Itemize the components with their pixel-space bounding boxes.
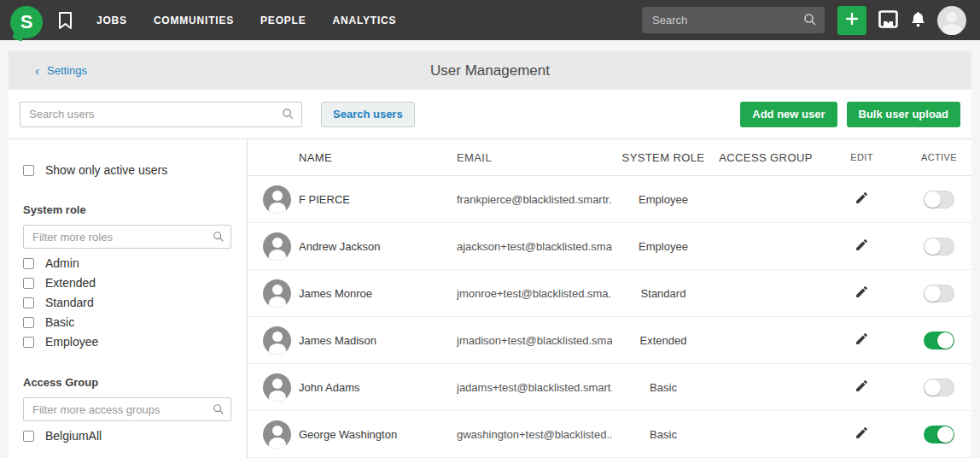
table-row: James Madison jmadison+test@blacklisted.… [248,317,971,364]
search-icon[interactable] [803,13,817,30]
main-nav: JOBS COMMUNITIES PEOPLE ANALYTICS [96,15,396,26]
edit-user-button[interactable] [855,379,869,396]
table-row: John Adams jadams+test@blacklisted.smart… [248,364,971,411]
edit-user-button[interactable] [855,238,869,255]
user-avatar-cell [248,279,299,308]
user-search-input[interactable] [20,102,302,127]
filter-roles-input[interactable] [23,225,231,249]
edit-user-button[interactable] [855,285,869,302]
user-avatar-cell [248,232,299,261]
notifications-button[interactable] [910,10,926,31]
search-icon[interactable] [213,403,225,419]
checkbox[interactable] [23,165,34,176]
pencil-icon [855,336,869,349]
active-toggle[interactable] [924,285,954,302]
user-email: jmadison+test@blacklisted.sma... [457,334,612,347]
active-toggle[interactable] [924,238,954,255]
pencil-icon [855,195,869,208]
user-toolbar: Search users Add new user Bulk user uplo… [9,90,971,139]
user-search [20,102,302,127]
system-role-options: Admin Extended Standard Basic Employee [23,256,231,349]
system-role-heading: System role [23,203,231,216]
user-avatar-icon [263,232,291,261]
filter-option[interactable]: BelgiumAll [23,429,231,443]
access-group-options: BelgiumAll [23,429,231,443]
user-name: F PIERCE [299,193,457,206]
add-new-user-button[interactable]: Add new user [740,102,837,127]
active-toggle[interactable] [924,332,954,349]
search-icon[interactable] [282,108,295,124]
app-logo[interactable]: S [10,6,43,38]
filter-access-groups-input[interactable] [23,397,231,421]
column-header-name: NAME [299,151,457,164]
table-body: F PIERCE frankpierce@blacklisted.smartr.… [248,176,971,458]
create-new-button[interactable] [837,6,866,35]
active-toggle[interactable] [924,379,954,396]
user-avatar-icon [263,420,291,449]
user-avatar-cell [248,326,299,355]
filter-option-label: BelgiumAll [45,429,102,443]
user-system-role: Standard [612,287,715,300]
user-name: John Adams [299,381,457,394]
table-row: James Monroe jmonroe+test@blacklisted.sm… [248,270,971,317]
user-name: George Washington [299,428,457,441]
checkbox[interactable] [23,278,34,289]
page-header: ‹ Settings User Management [9,51,971,90]
user-system-role: Basic [612,428,715,441]
avatar-silhouette [947,12,957,22]
checkbox[interactable] [23,337,34,348]
app-logo-letter: S [20,11,33,33]
filter-option[interactable]: Basic [23,315,231,329]
active-toggle[interactable] [924,426,954,443]
show-active-users-filter[interactable]: Show only active users [23,163,231,177]
active-toggle[interactable] [924,191,954,208]
checkbox[interactable] [23,431,34,442]
bookmark-icon[interactable] [58,12,73,29]
access-group-heading: Access Group [23,376,231,389]
filter-option[interactable]: Employee [23,335,231,349]
edit-user-button[interactable] [855,332,869,349]
search-icon[interactable] [213,231,225,246]
filter-option-label: Extended [45,276,96,290]
user-email: frankpierce@blacklisted.smartr... [457,193,612,206]
user-email: ajackson+test@blacklisted.sma... [457,240,612,253]
filter-option[interactable]: Extended [23,276,231,290]
checkbox[interactable] [23,297,34,308]
global-search [642,7,825,33]
checkbox[interactable] [23,317,34,328]
global-search-input[interactable] [642,7,825,33]
bulk-user-upload-button[interactable]: Bulk user upload [847,102,960,127]
user-email: jmonroe+test@blacklisted.sma... [457,287,612,300]
users-table: NAME EMAIL SYSTEM ROLE ACCESS GROUP EDIT… [248,139,971,458]
filter-option-label: Basic [45,315,74,329]
edit-user-button[interactable] [855,191,869,208]
page-title: User Management [9,62,971,79]
user-avatar-cell [248,420,299,449]
inbox-icon [878,10,898,31]
filters-sidebar: Show only active users System role Admin… [9,139,248,458]
search-users-button[interactable]: Search users [321,102,415,127]
filter-option[interactable]: Admin [23,256,231,270]
checkbox[interactable] [23,258,34,269]
user-system-role: Employee [612,193,715,206]
column-header-active: ACTIVE [907,152,971,162]
user-email: jadams+test@blacklisted.smart... [457,381,612,394]
top-navbar: S JOBS COMMUNITIES PEOPLE ANALYTICS [0,0,980,40]
inbox-button[interactable] [878,10,898,31]
user-system-role: Employee [612,240,715,253]
access-group-filter [23,397,231,421]
nav-item[interactable]: JOBS [96,15,127,26]
toolbar-actions: Add new user Bulk user upload [740,102,960,127]
nav-item[interactable]: PEOPLE [260,15,306,26]
nav-item[interactable]: ANALYTICS [333,15,397,26]
user-menu-avatar[interactable] [937,6,966,35]
filter-option-label: Admin [45,256,79,270]
table-header-row: NAME EMAIL SYSTEM ROLE ACCESS GROUP EDIT… [248,139,971,176]
table-row: F PIERCE frankpierce@blacklisted.smartr.… [248,176,971,223]
pencil-icon [855,383,869,396]
edit-user-button[interactable] [855,426,869,443]
filter-option[interactable]: Standard [23,296,231,309]
back-to-settings-link[interactable]: ‹ Settings [35,64,87,77]
nav-item[interactable]: COMMUNITIES [154,15,234,26]
back-link-label: Settings [47,64,87,77]
